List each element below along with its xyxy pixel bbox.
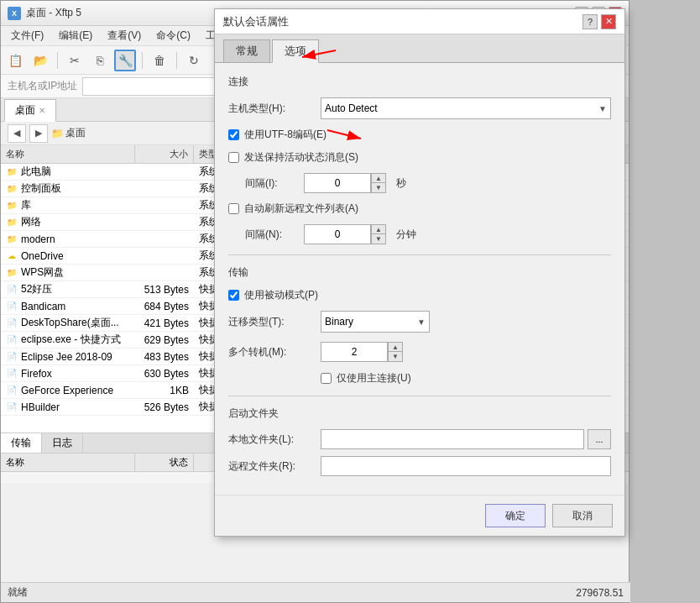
tab-desktop[interactable]: 桌面 ✕ <box>4 99 56 122</box>
keepalive-checkbox[interactable] <box>228 152 239 163</box>
tab-desktop-label: 桌面 <box>15 103 35 118</box>
dialog-window-controls: ? ✕ <box>582 14 616 29</box>
passive-mode-row: 使用被动模式(P) <box>228 288 611 302</box>
local-folder-input[interactable] <box>321 429 584 449</box>
passive-label: 使用被动模式(P) <box>244 288 318 302</box>
multi-transfer-spinner: ▲ ▼ <box>388 342 403 362</box>
remote-folder-row: 远程文件夹(R): <box>228 456 611 476</box>
refresh-down-button[interactable]: ▼ <box>372 234 385 244</box>
multi-down-button[interactable]: ▼ <box>389 352 402 361</box>
auto-refresh-checkbox[interactable] <box>228 203 239 214</box>
dialog-title: 默认会话属性 <box>223 14 582 29</box>
auto-refresh-row: 自动刷新远程文件列表(A) <box>228 202 611 216</box>
refresh-interval-wrap: ▲ ▼ 分钟 <box>304 224 416 244</box>
refresh-interval-spinner: ▲ ▼ <box>371 224 386 244</box>
cancel-button[interactable]: 取消 <box>552 504 613 527</box>
dialog-tabs: 常规 选项 <box>215 34 624 63</box>
interval-field: ▲ ▼ <box>304 173 386 193</box>
main-only-checkbox[interactable] <box>321 373 332 384</box>
dialog-overlay: 默认会话属性 ? ✕ 常规 选项 连接 主机类型(H): Auto Detect… <box>0 0 700 603</box>
remote-folder-input[interactable] <box>321 456 611 476</box>
local-folder-row: 本地文件夹(L): ... <box>228 429 611 449</box>
dialog-footer: 确定 取消 <box>215 495 624 536</box>
passive-checkbox[interactable] <box>228 290 239 301</box>
utf8-row: 使用UTF-8编码(E) <box>228 128 611 142</box>
transfer-type-label: 迁移类型(T): <box>228 315 321 329</box>
transfer-type-row: 迁移类型(T): Binary ▼ <box>228 311 611 333</box>
interval-row: 间隔(I): ▲ ▼ 秒 <box>245 173 611 193</box>
multi-transfer-row: 多个转机(M): ▲ ▼ <box>228 341 611 363</box>
startup-section-title: 启动文件夹 <box>228 406 611 421</box>
refresh-unit: 分钟 <box>396 228 416 242</box>
connection-section-title: 连接 <box>228 75 611 89</box>
dialog-tab-general[interactable]: 常规 <box>223 39 270 62</box>
refresh-interval-label: 间隔(N): <box>245 228 304 242</box>
interval-unit: 秒 <box>396 176 406 191</box>
dialog-help-button[interactable]: ? <box>582 14 598 29</box>
section-divider-1 <box>228 254 611 255</box>
main-only-label: 仅使用主连接(U) <box>337 371 411 385</box>
dialog-body: 连接 主机类型(H): Auto Detect ▼ 使用UTF-8编码(E) <box>215 63 624 495</box>
transfer-type-value: Binary <box>325 316 353 328</box>
remote-folder-label: 远程文件夹(R): <box>228 459 321 474</box>
host-type-select[interactable]: Auto Detect ▼ <box>321 97 611 119</box>
local-folder-browse[interactable]: ... <box>588 429 611 449</box>
interval-label: 间隔(I): <box>245 176 304 191</box>
keepalive-label: 发送保持活动状态消息(S) <box>244 150 358 165</box>
host-type-label: 主机类型(H): <box>228 102 321 116</box>
refresh-interval-field: ▲ ▼ <box>304 224 386 244</box>
host-type-row: 主机类型(H): Auto Detect ▼ <box>228 97 611 119</box>
tab-desktop-close[interactable]: ✕ <box>39 106 45 115</box>
interval-up-button[interactable]: ▲ <box>372 174 385 183</box>
interval-input[interactable] <box>304 173 371 193</box>
interval-down-button[interactable]: ▼ <box>372 183 385 192</box>
dialog-close-button[interactable]: ✕ <box>601 14 616 29</box>
auto-refresh-label: 自动刷新远程文件列表(A) <box>244 202 358 216</box>
keepalive-row: 发送保持活动状态消息(S) <box>228 150 611 165</box>
main-only-row: 仅使用主连接(U) <box>321 371 611 385</box>
multi-up-button[interactable]: ▲ <box>389 343 402 352</box>
multi-transfer-field: ▲ ▼ <box>321 342 403 362</box>
transfer-type-select[interactable]: Binary ▼ <box>321 311 430 333</box>
dialog-titlebar: 默认会话属性 ? ✕ <box>215 9 624 34</box>
host-type-control: Auto Detect ▼ <box>321 97 611 119</box>
section-divider-2 <box>228 396 611 396</box>
local-folder-label: 本地文件夹(L): <box>228 433 321 447</box>
host-type-value: Auto Detect <box>325 102 378 114</box>
interval-input-wrap: ▲ ▼ 秒 <box>304 173 406 193</box>
transfer-section-title: 传输 <box>228 265 611 280</box>
utf8-checkbox[interactable] <box>228 129 239 140</box>
dialog-tab-options[interactable]: 选项 <box>272 39 319 63</box>
ok-button[interactable]: 确定 <box>485 504 546 527</box>
transfer-type-control: Binary ▼ <box>321 311 430 333</box>
refresh-interval-row: 间隔(N): ▲ ▼ 分钟 <box>245 224 611 244</box>
refresh-up-button[interactable]: ▲ <box>372 225 385 234</box>
utf8-label: 使用UTF-8编码(E) <box>244 128 326 142</box>
refresh-interval-input[interactable] <box>304 224 371 244</box>
transfer-type-arrow: ▼ <box>417 317 426 327</box>
multi-transfer-label: 多个转机(M): <box>228 345 321 359</box>
default-session-dialog: 默认会话属性 ? ✕ 常规 选项 连接 主机类型(H): Auto Detect… <box>214 8 625 537</box>
interval-spinner: ▲ ▼ <box>371 173 386 193</box>
host-type-arrow: ▼ <box>598 104 607 113</box>
multi-transfer-input[interactable] <box>321 342 388 362</box>
